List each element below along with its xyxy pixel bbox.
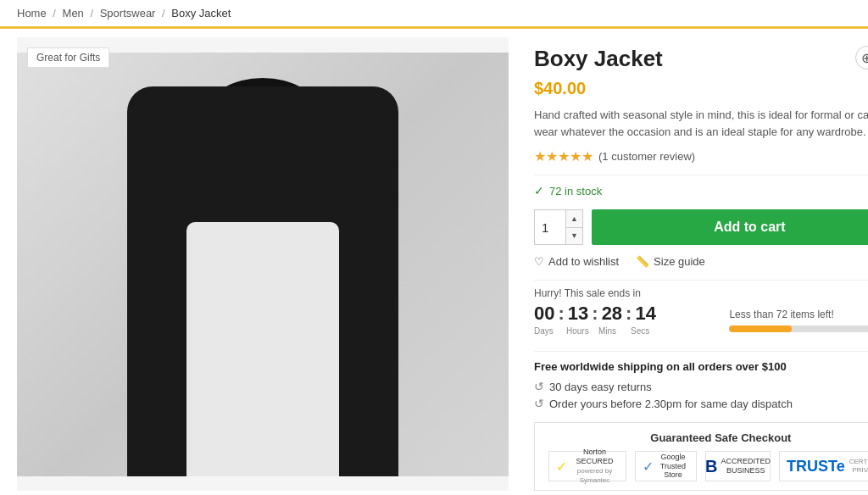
- timer-label-hours: Hours: [566, 326, 590, 336]
- quantity-up-button[interactable]: ▲: [566, 210, 582, 228]
- product-description: Hand crafted with seasonal style in mind…: [534, 107, 868, 140]
- breadcrumb-sep-1: /: [53, 7, 58, 19]
- breadcrumb-men[interactable]: Men: [63, 7, 84, 19]
- breadcrumb-sportswear[interactable]: Sportswear: [100, 7, 156, 19]
- breadcrumb-sep-3: /: [162, 7, 168, 19]
- badge-row: ✓ NortonSECUREDpowered by Symantec ✓ Goo…: [548, 451, 868, 481]
- timer-mins: 28: [602, 303, 622, 325]
- less-than-label: Less than 72 items left!: [729, 309, 868, 320]
- timer-days: 00: [534, 303, 554, 325]
- return-rows: ↺ 30 days easy returns ↺ Order yours bef…: [534, 380, 868, 410]
- heart-icon: ♡: [534, 255, 544, 268]
- timer-digits: 00 : 13 : 28 : 14: [534, 303, 712, 325]
- product-image-wrap: Great for Gifts: [17, 37, 509, 491]
- timer-secs: 14: [635, 303, 655, 325]
- wishlist-row: ♡ Add to wishlist 📏 Size guide: [534, 255, 868, 268]
- star-rating: ★★★★★: [534, 148, 593, 164]
- product-image: [17, 53, 509, 476]
- review-count: (1 customer review): [598, 150, 695, 163]
- truste-icon: TRUSTe: [787, 458, 845, 476]
- norton-label: NortonSECUREDpowered by Symantec: [570, 448, 619, 484]
- breadcrumb-home[interactable]: Home: [17, 7, 47, 19]
- quantity-arrows: ▲ ▼: [565, 210, 582, 244]
- add-to-cart-button[interactable]: Add to cart: [592, 209, 868, 245]
- person-silhouette: [17, 53, 509, 476]
- bbb-badge: B ACCREDITEDBUSINESS: [705, 451, 771, 481]
- norton-checkmark-icon: ✓: [556, 459, 567, 475]
- quantity-display: 1: [535, 210, 565, 244]
- wishlist-button[interactable]: ♡ Add to wishlist: [534, 255, 619, 268]
- quantity-down-button[interactable]: ▼: [566, 228, 582, 245]
- shipping-label: Free worldwide shipping on all orders ov…: [534, 351, 868, 373]
- timer-sep-3: :: [626, 303, 632, 325]
- shirt-shape: [186, 222, 339, 476]
- breadcrumb-current: Boxy Jacket: [171, 7, 231, 19]
- stock-label: 72 in stock: [549, 185, 602, 197]
- product-title: Boxy Jacket: [534, 46, 868, 72]
- stock-row: ✓ 72 in stock: [534, 184, 868, 197]
- sale-label: Hurry! This sale ends in: [534, 287, 712, 299]
- size-guide-label: Size guide: [654, 255, 705, 268]
- product-nav: ⊕ ⊕: [855, 46, 868, 70]
- stock-check-icon: ✓: [534, 184, 544, 197]
- sale-timer: Hurry! This sale ends in 00 : 13 : 28 : …: [534, 287, 712, 336]
- google-label: GoogleTrusted Store: [657, 453, 689, 480]
- timer-hours: 13: [568, 303, 588, 325]
- dispatch-icon: ↺: [534, 397, 544, 410]
- add-to-cart-row: 1 ▲ ▼ Add to cart: [534, 209, 868, 245]
- bbb-label: ACCREDITEDBUSINESS: [721, 457, 771, 476]
- main-container: Great for Gifts ⊕ ⊕ Boxy Jacket $40.00 H…: [0, 29, 868, 491]
- top-bar: Home / Men / Sportswear / Boxy Jacket: [0, 0, 868, 29]
- google-badge: ✓ GoogleTrusted Store: [635, 451, 697, 481]
- safe-checkout-title: Guaranteed Safe Checkout: [548, 431, 868, 444]
- timer-sep-2: :: [592, 303, 598, 325]
- bbb-icon: B: [705, 457, 717, 476]
- stock-bar-fill: [729, 325, 792, 332]
- gift-badge: Great for Gifts: [27, 47, 109, 68]
- safe-checkout: Guaranteed Safe Checkout ✓ NortonSECURED…: [534, 422, 868, 491]
- wishlist-label: Add to wishlist: [548, 255, 619, 268]
- prev-product-button[interactable]: ⊕: [855, 46, 868, 70]
- norton-badge: ✓ NortonSECUREDpowered by Symantec: [548, 451, 626, 481]
- returns-item: ↺ 30 days easy returns: [534, 380, 868, 393]
- timer-label-secs: Secs: [631, 326, 654, 336]
- breadcrumb: Home / Men / Sportswear / Boxy Jacket: [17, 7, 851, 19]
- timer-label-mins: Mins: [598, 326, 622, 336]
- timer-label-days: Days: [534, 326, 558, 336]
- product-price: $40.00: [534, 79, 868, 98]
- stars-row: ★★★★★ (1 customer review): [534, 148, 868, 164]
- truste-subtext: CERTIFIED PRIVACY: [849, 458, 868, 474]
- returns-label: 30 days easy returns: [549, 381, 652, 393]
- google-check-icon: ✓: [643, 459, 654, 475]
- timer-labels: Days Hours Mins Secs: [534, 326, 712, 336]
- truste-badge: TRUSTe CERTIFIED PRIVACY: [779, 451, 868, 481]
- product-details: ⊕ ⊕ Boxy Jacket $40.00 Hand crafted with…: [534, 37, 868, 491]
- size-guide-button[interactable]: 📏 Size guide: [636, 255, 705, 268]
- divider-1: [534, 175, 868, 175]
- returns-icon: ↺: [534, 380, 544, 393]
- quantity-wrapper: 1 ▲ ▼: [534, 209, 583, 245]
- sale-row: Hurry! This sale ends in 00 : 13 : 28 : …: [534, 280, 868, 342]
- dispatch-item: ↺ Order yours before 2.30pm for same day…: [534, 397, 868, 410]
- dispatch-label: Order yours before 2.30pm for same day d…: [549, 398, 793, 410]
- timer-sep-1: :: [558, 303, 564, 325]
- ruler-icon: 📏: [636, 255, 649, 268]
- stock-bar-wrap: Less than 72 items left!: [729, 287, 868, 336]
- breadcrumb-sep-2: /: [90, 7, 96, 19]
- stock-bar-background: [729, 325, 868, 332]
